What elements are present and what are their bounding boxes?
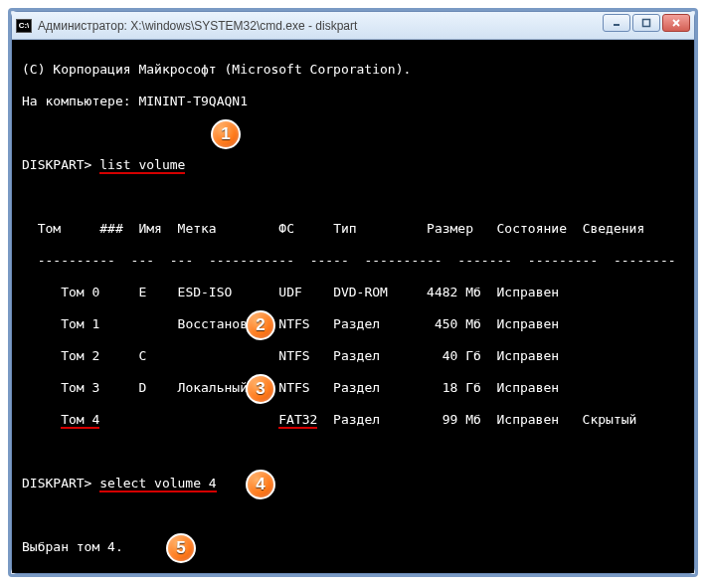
table-row: Том 1 Восстановит NTFS Раздел 450 Мб Исп…	[22, 316, 684, 332]
cmd-window: C:\ Администратор: X:\windows\SYSTEM32\c…	[11, 11, 695, 574]
copyright-line: (C) Корпорация Майкрософт (Microsoft Cor…	[22, 62, 684, 78]
console-area[interactable]: (C) Корпорация Майкрософт (Microsoft Cor…	[12, 40, 694, 573]
close-icon	[671, 18, 681, 28]
screenshot-frame: C:\ Администратор: X:\windows\SYSTEM32\c…	[8, 8, 698, 577]
table-row: Том 0 E ESD-ISO UDF DVD-ROM 4482 Мб Испр…	[22, 285, 684, 300]
annotation-badge-3: 3	[246, 374, 275, 404]
table-separator: ---------- --- --- ----------- ----- ---…	[22, 253, 684, 269]
cmd-icon: C:\	[16, 19, 32, 33]
computer-line: На компьютере: MININT-T9QAQN1	[22, 94, 684, 109]
svg-rect-1	[643, 20, 650, 27]
close-button[interactable]	[662, 14, 690, 32]
annotation-badge-1: 1	[211, 119, 241, 149]
minimize-icon	[612, 18, 621, 28]
prompt-1: DISKPART> list volume	[22, 157, 684, 173]
cmd-list-volume: list volume	[99, 157, 185, 174]
annotation-badge-5: 5	[166, 533, 196, 563]
table-row: Том 4 FAT32 Раздел 99 Мб Исправен Скрыты…	[22, 412, 684, 428]
msg-selected: Выбран том 4.	[22, 539, 684, 555]
minimize-button[interactable]	[603, 14, 630, 32]
maximize-icon	[641, 18, 651, 28]
prompt-2: DISKPART> select volume 4	[22, 476, 684, 491]
cmd-select-volume: select volume 4	[99, 476, 216, 492]
maximize-button[interactable]	[632, 14, 660, 32]
table-row: Том 2 C NTFS Раздел 40 Гб Исправен	[22, 348, 684, 364]
window-title: Администратор: X:\windows\SYSTEM32\cmd.e…	[38, 19, 690, 33]
table-row: Том 3 D Локальный д NTFS Раздел 18 Гб Ис…	[22, 380, 684, 396]
window-controls	[603, 14, 690, 32]
annotation-badge-4: 4	[246, 470, 275, 499]
annotation-badge-2: 2	[246, 310, 275, 340]
titlebar[interactable]: C:\ Администратор: X:\windows\SYSTEM32\c…	[12, 12, 694, 40]
table-header: Том ### Имя Метка ФС Тип Размер Состояни…	[22, 221, 684, 237]
